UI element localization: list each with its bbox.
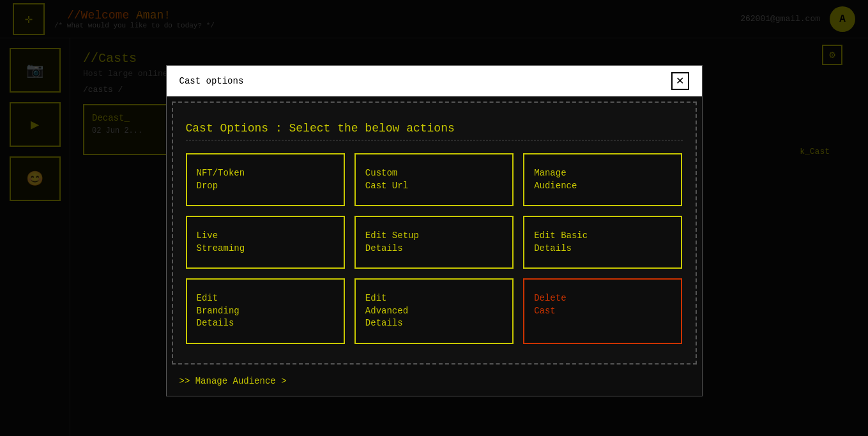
modal-body: Cast Options : Select the below actions … <box>172 101 697 365</box>
cast-options-modal: Cast options ✕ Cast Options : Select the… <box>166 65 703 396</box>
close-icon: ✕ <box>676 75 684 87</box>
edit-advanced-details-label: EditAdvancedDetails <box>365 292 408 330</box>
custom-cast-url-label: CustomCast Url <box>365 167 408 192</box>
modal-overlay: Cast options ✕ Cast Options : Select the… <box>0 0 868 436</box>
modal-header: Cast options ✕ <box>167 66 702 96</box>
delete-cast-button[interactable]: DeleteCast <box>523 278 682 344</box>
modal-header-title: Cast options <box>179 76 244 86</box>
manage-audience-link[interactable]: >> Manage Audience > <box>179 376 287 386</box>
edit-basic-details-button[interactable]: Edit BasicDetails <box>523 216 682 269</box>
edit-branding-details-button[interactable]: EditBrandingDetails <box>186 278 345 344</box>
live-streaming-button[interactable]: LiveStreaming <box>186 216 345 269</box>
nft-token-drop-button[interactable]: NFT/TokenDrop <box>186 153 345 206</box>
edit-branding-details-label: EditBrandingDetails <box>197 292 240 330</box>
edit-advanced-details-button[interactable]: EditAdvancedDetails <box>354 278 514 344</box>
manage-audience-button[interactable]: ManageAudience <box>523 153 682 206</box>
modal-title: Cast Options : Select the below actions <box>186 122 683 140</box>
edit-setup-details-label: Edit SetupDetails <box>365 230 419 255</box>
live-streaming-label: LiveStreaming <box>197 230 245 255</box>
modal-footer: >> Manage Audience > <box>167 370 702 396</box>
edit-setup-details-button[interactable]: Edit SetupDetails <box>354 216 514 269</box>
nft-token-drop-label: NFT/TokenDrop <box>197 167 245 192</box>
modal-close-button[interactable]: ✕ <box>671 72 689 90</box>
edit-basic-details-label: Edit BasicDetails <box>534 230 588 255</box>
custom-cast-url-button[interactable]: CustomCast Url <box>354 153 514 206</box>
delete-cast-label: DeleteCast <box>534 292 566 317</box>
manage-audience-label: ManageAudience <box>534 167 577 192</box>
options-grid: NFT/TokenDrop CustomCast Url ManageAudie… <box>186 153 683 344</box>
